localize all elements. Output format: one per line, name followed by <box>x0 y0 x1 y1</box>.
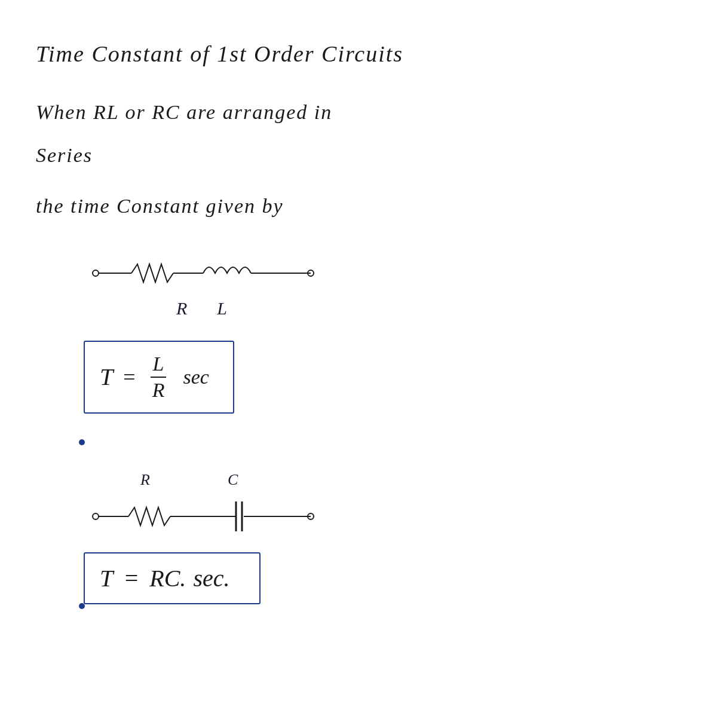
rl-formula-unit: sec <box>183 366 209 389</box>
rl-box-corner-dot <box>79 439 85 445</box>
rl-fraction-numerator: L <box>151 353 167 378</box>
svg-point-0 <box>93 270 99 276</box>
rl-circuit-diagram <box>84 252 335 294</box>
svg-point-5 <box>93 513 99 519</box>
rl-label-l: L <box>217 294 227 323</box>
rc-circuit-diagram <box>84 495 335 534</box>
rc-formula-t: T <box>100 564 113 592</box>
rl-label-r: R <box>176 294 187 323</box>
intro-line1: When RL or RC are arranged in <box>36 96 681 129</box>
page-title: Time Constant of 1st Order Circuits <box>36 36 681 72</box>
rc-formula-equals: = <box>123 564 139 592</box>
rc-formula-expression: RC. <box>149 564 186 592</box>
rl-formula-t: T <box>100 363 113 391</box>
rc-label-c: C <box>228 467 238 493</box>
rc-formula-unit: sec. <box>193 564 229 592</box>
rc-box-corner-dot <box>79 603 85 609</box>
rl-formula-fraction: L R <box>151 353 167 402</box>
rl-fraction-denominator: R <box>152 378 165 402</box>
rc-formula-box: T = RC. sec. <box>84 552 261 604</box>
rl-formula-box: T = L R sec <box>84 341 234 414</box>
rl-formula-equals: = <box>123 365 135 390</box>
intro-line3: the time Constant given by <box>36 190 681 222</box>
rc-label-r: R <box>140 467 150 493</box>
intro-line2: Series <box>36 139 681 172</box>
